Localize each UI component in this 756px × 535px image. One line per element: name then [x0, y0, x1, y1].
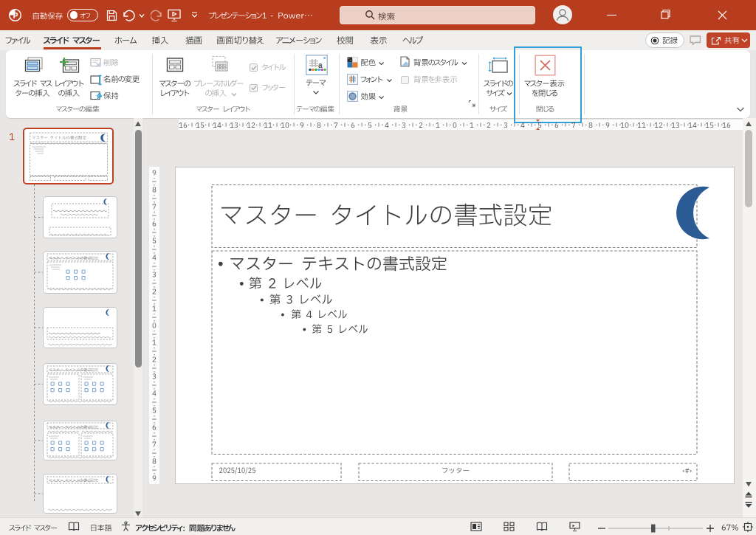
- svg-text:P: P: [13, 12, 18, 20]
- svg-text:a: a: [318, 61, 323, 69]
